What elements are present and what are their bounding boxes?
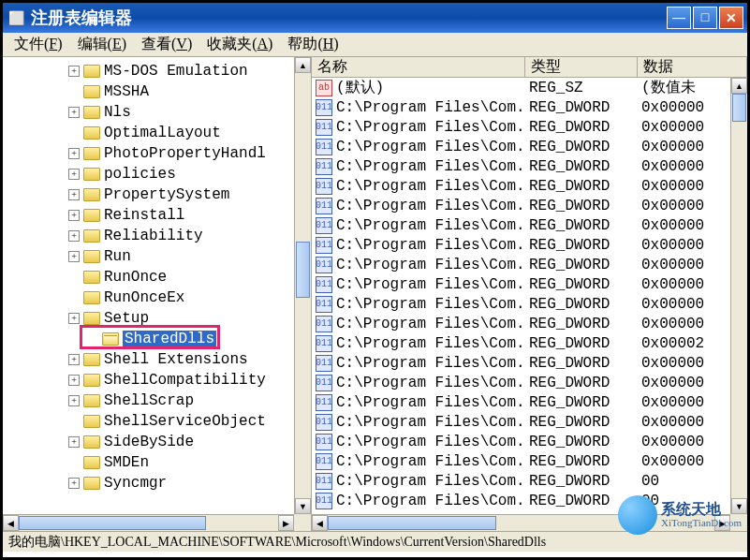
tree-item[interactable]: +policies [5, 164, 309, 184]
tree-item[interactable]: +ShellCompatibility [5, 370, 309, 391]
dword-value-icon: 011 [316, 434, 332, 450]
expand-icon[interactable]: + [68, 313, 80, 324]
menu-help[interactable]: 帮助(H) [280, 33, 346, 56]
scroll-left-icon[interactable]: ◀ [3, 515, 19, 531]
menu-view[interactable]: 查看(V) [134, 33, 199, 56]
scroll-down-icon[interactable]: ▼ [295, 498, 311, 514]
tree-item[interactable]: +MS-DOS Emulation [5, 61, 309, 81]
column-name[interactable]: 名称 [312, 57, 525, 77]
tree-item[interactable]: SharedDlls [5, 329, 309, 349]
expand-icon[interactable]: + [68, 436, 80, 448]
tree-item[interactable]: +Shell Extensions [5, 349, 309, 370]
scroll-thumb[interactable] [732, 94, 746, 122]
tree-item[interactable]: +Reinstall [5, 205, 309, 226]
tree-item[interactable]: +Nls [5, 102, 309, 123]
list-row[interactable]: 011C:\Program Files\Com...REG_DWORD0x000… [312, 314, 747, 333]
tree-item-label: PhotoPropertyHandl [104, 145, 266, 162]
list-row[interactable]: 011C:\Program Files\Com...REG_DWORD0x000… [312, 432, 747, 451]
value-type: REG_DWORD [525, 237, 638, 254]
scroll-up-icon[interactable]: ▲ [295, 57, 311, 73]
tree-item[interactable]: SMDEn [5, 452, 309, 473]
value-name: C:\Program Files\Com... [336, 355, 525, 372]
tree-item-label: policies [104, 166, 176, 183]
close-button[interactable]: ✕ [719, 7, 743, 29]
list-vscrollbar[interactable]: ▲ ▼ [730, 78, 747, 514]
scroll-up-icon[interactable]: ▲ [731, 78, 747, 94]
tree-item[interactable]: RunOnceEx [5, 287, 309, 308]
scroll-thumb[interactable] [19, 516, 206, 530]
list-row[interactable]: 011C:\Program Files\Com...REG_DWORD0x000… [312, 97, 747, 117]
list-row[interactable]: 011C:\Program Files\Com...REG_DWORD0x000… [312, 353, 747, 373]
folder-icon [83, 435, 100, 449]
tree-item[interactable]: OptimalLayout [5, 123, 309, 143]
list-row[interactable]: 011C:\Program Files\Com...REG_DWORD00 [312, 471, 747, 491]
value-type: REG_DWORD [525, 178, 638, 195]
column-data[interactable]: 数据 [638, 57, 747, 77]
expand-icon[interactable]: + [68, 169, 80, 180]
tree-hscrollbar[interactable]: ◀ ▶ [3, 514, 294, 531]
expand-icon[interactable]: + [68, 375, 80, 386]
expand-icon[interactable]: + [68, 210, 80, 221]
tree-item-label: MS-DOS Emulation [104, 63, 248, 80]
scroll-thumb[interactable] [328, 516, 496, 530]
list-row[interactable]: 011C:\Program Files\Com...REG_DWORD0x000… [312, 294, 747, 314]
list-row[interactable]: 011C:\Program Files\Com...REG_DWORD0x000… [312, 412, 747, 432]
list-row[interactable]: 011C:\Program Files\Com...REG_DWORD0x000… [312, 373, 747, 392]
expand-icon[interactable]: + [68, 66, 80, 77]
tree-item[interactable]: +SideBySide [5, 432, 309, 452]
dword-value-icon: 011 [316, 158, 332, 175]
menu-edit[interactable]: 编辑(E) [70, 33, 134, 56]
dword-value-icon: 011 [316, 237, 332, 254]
tree-item[interactable]: +PhotoPropertyHandl [5, 143, 309, 164]
list-row[interactable]: 011C:\Program Files\Com...REG_DWORD0x000… [312, 176, 747, 196]
folder-icon [83, 477, 100, 490]
tree-item-label: ShellScrap [104, 392, 194, 409]
scroll-right-icon[interactable]: ▶ [278, 515, 294, 531]
list-row[interactable]: 011C:\Program Files\Com...REG_DWORD0x000… [312, 235, 747, 255]
tree-item[interactable]: +PropertySystem [5, 184, 309, 205]
value-name: C:\Program Files\Com... [336, 453, 525, 470]
list-row[interactable]: 011C:\Program Files\Com...REG_DWORD0x000… [312, 137, 747, 156]
expand-icon[interactable]: + [68, 230, 80, 242]
tree-item[interactable]: ShellServiceObject [5, 411, 309, 432]
list-row[interactable]: 011C:\Program Files\Com...REG_DWORD0x000… [312, 392, 747, 412]
tree-item[interactable]: MSSHA [5, 81, 309, 102]
tree-item-label: Reliability [104, 228, 203, 244]
list-row[interactable]: 011C:\Program Files\Com...REG_DWORD0x000… [312, 274, 747, 294]
minimize-button[interactable]: — [667, 7, 691, 29]
value-type: REG_SZ [525, 80, 638, 96]
tree-item[interactable]: +Syncmgr [5, 473, 309, 494]
scroll-thumb[interactable] [296, 242, 310, 298]
expand-icon[interactable]: + [68, 107, 80, 118]
tree-item[interactable]: +Run [5, 246, 309, 267]
list-row[interactable]: 011C:\Program Files\Com...REG_DWORD0x000… [312, 196, 747, 215]
tree-item-label: PropertySystem [104, 186, 229, 203]
column-type[interactable]: 类型 [525, 57, 638, 77]
list-row[interactable]: 011C:\Program Files\Com...REG_DWORD0x000… [312, 156, 747, 176]
list-row[interactable]: 011C:\Program Files\Com...REG_DWORD0x000… [312, 451, 747, 471]
expand-icon[interactable]: + [68, 354, 80, 365]
menu-file[interactable]: 文件(F) [7, 33, 70, 56]
expand-icon[interactable]: + [68, 395, 80, 406]
list-row[interactable]: 011C:\Program Files\Com...REG_DWORD0x000… [312, 333, 747, 353]
list-row[interactable]: 011C:\Program Files\Com...REG_DWORD0x000… [312, 117, 747, 137]
tree-item[interactable]: +Setup [5, 308, 309, 329]
expand-icon[interactable]: + [68, 251, 80, 262]
titlebar[interactable]: ⬜ 注册表编辑器 — □ ✕ [3, 3, 747, 33]
expand-icon[interactable]: + [68, 478, 80, 489]
tree-item[interactable]: +Reliability [5, 226, 309, 246]
value-name: C:\Program Files\Com... [336, 394, 525, 411]
list-row[interactable]: 011C:\Program Files\Com...REG_DWORD0x000… [312, 215, 747, 235]
list-row[interactable]: ab(默认)REG_SZ(数值未 [312, 78, 747, 97]
maximize-button[interactable]: □ [693, 7, 717, 29]
list-row[interactable]: 011C:\Program Files\Com...REG_DWORD0x000… [312, 255, 747, 274]
scroll-left-icon[interactable]: ◀ [312, 515, 328, 531]
tree-item[interactable]: +ShellScrap [5, 391, 309, 411]
menu-favorites[interactable]: 收藏夹(A) [199, 33, 280, 56]
expand-icon[interactable]: + [68, 189, 80, 200]
value-type: REG_DWORD [525, 335, 638, 352]
tree-vscrollbar[interactable]: ▲ ▼ [294, 57, 311, 514]
expand-icon[interactable]: + [68, 148, 80, 159]
tree-item-label: ShellCompatibility [104, 372, 266, 389]
tree-item[interactable]: RunOnce [5, 267, 309, 287]
